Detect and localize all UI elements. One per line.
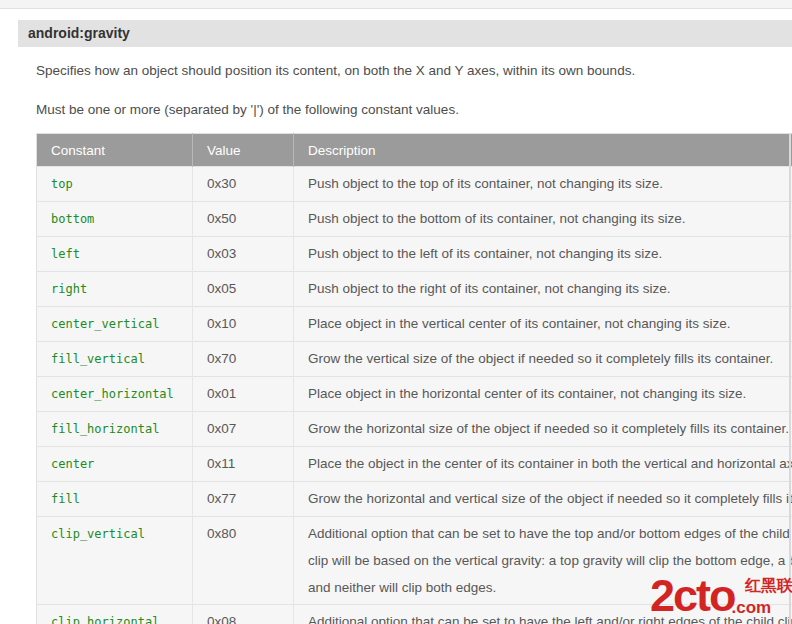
constant-cell: center_horizontal xyxy=(37,377,193,412)
constant-name: clip_horizontal xyxy=(51,615,159,624)
constant-name: center_vertical xyxy=(51,317,159,331)
constants-table-container: Constant Value Description top 0x30 Push… xyxy=(36,133,792,624)
watermark-chinese-text: 红黑联盟 xyxy=(745,576,792,597)
page-edge-divider xyxy=(789,133,791,624)
description-cell: Grow the horizontal and vertical size of… xyxy=(294,482,792,517)
table-row: right 0x05 Push object to the right of i… xyxy=(37,272,792,307)
column-header-value: Value xyxy=(193,134,294,167)
description-paragraph: Specifies how an object should position … xyxy=(36,63,792,78)
page-top-strip xyxy=(0,0,792,9)
description-cell: Place the object in the center of its co… xyxy=(294,447,792,482)
constant-cell: fill_horizontal xyxy=(37,412,193,447)
constant-name: clip_vertical xyxy=(51,527,145,541)
value-cell: 0x05 xyxy=(193,272,294,307)
constant-name: fill_horizontal xyxy=(51,422,159,436)
constant-name: bottom xyxy=(51,212,94,226)
page-title: android:gravity xyxy=(28,25,130,41)
description-cell: Place object in the vertical center of i… xyxy=(294,307,792,342)
constant-cell: fill xyxy=(37,482,193,517)
constant-cell: fill_vertical xyxy=(37,342,193,377)
value-cell: 0x03 xyxy=(193,237,294,272)
value-cell: 0x70 xyxy=(193,342,294,377)
constant-cell: center xyxy=(37,447,193,482)
description-cell: Push object to the right of its containe… xyxy=(294,272,792,307)
constants-table: Constant Value Description top 0x30 Push… xyxy=(36,133,792,624)
table-row: bottom 0x50 Push object to the bottom of… xyxy=(37,202,792,237)
constant-cell: clip_vertical xyxy=(37,517,193,605)
table-header-row: Constant Value Description xyxy=(37,134,792,167)
value-cell: 0x77 xyxy=(193,482,294,517)
value-cell: 0x80 xyxy=(193,517,294,605)
table-row: center_vertical 0x10 Place object in the… xyxy=(37,307,792,342)
value-cell: 0x08 xyxy=(193,605,294,624)
2cto-domain: .com xyxy=(732,598,772,617)
table-row: fill 0x77 Grow the horizontal and vertic… xyxy=(37,482,792,517)
value-cell: 0x50 xyxy=(193,202,294,237)
table-row: fill_vertical 0x70 Grow the vertical siz… xyxy=(37,342,792,377)
column-header-constant: Constant xyxy=(37,134,193,167)
value-cell: 0x01 xyxy=(193,377,294,412)
constant-name: top xyxy=(51,177,73,191)
constants-intro-paragraph: Must be one or more (separated by '|') o… xyxy=(36,102,792,117)
description-cell: Place object in the horizontal center of… xyxy=(294,377,792,412)
constant-name: fill xyxy=(51,492,80,506)
description-cell: Push object to the bottom of its contain… xyxy=(294,202,792,237)
description-cell: Push object to the top of its container,… xyxy=(294,167,792,202)
constant-cell: right xyxy=(37,272,193,307)
value-cell: 0x11 xyxy=(193,447,294,482)
constant-cell: top xyxy=(37,167,193,202)
table-row: fill_horizontal 0x07 Grow the horizontal… xyxy=(37,412,792,447)
description-cell: Grow the vertical size of the object if … xyxy=(294,342,792,377)
2cto-watermark: 2cto.com 红黑联盟 xyxy=(650,574,792,618)
constant-cell: bottom xyxy=(37,202,193,237)
constant-cell: left xyxy=(37,237,193,272)
value-cell: 0x10 xyxy=(193,307,294,342)
table-row: center_horizontal 0x01 Place object in t… xyxy=(37,377,792,412)
constant-name: center_horizontal xyxy=(51,387,174,401)
2cto-logo: 2cto xyxy=(650,570,735,621)
constant-name: center xyxy=(51,457,94,471)
table-row: top 0x30 Push object to the top of its c… xyxy=(37,167,792,202)
description-cell: Push object to the left of its container… xyxy=(294,237,792,272)
constant-name: right xyxy=(51,282,87,296)
column-header-description: Description xyxy=(294,134,792,167)
value-cell: 0x07 xyxy=(193,412,294,447)
constant-cell: center_vertical xyxy=(37,307,193,342)
description-cell: Grow the horizontal size of the object i… xyxy=(294,412,792,447)
table-row: center 0x11 Place the object in the cent… xyxy=(37,447,792,482)
table-row: left 0x03 Push object to the left of its… xyxy=(37,237,792,272)
value-cell: 0x30 xyxy=(193,167,294,202)
constant-name: left xyxy=(51,247,80,261)
constant-cell: clip_horizontal xyxy=(37,605,193,624)
constant-name: fill_vertical xyxy=(51,352,145,366)
attribute-heading-bar: android:gravity xyxy=(18,20,792,47)
